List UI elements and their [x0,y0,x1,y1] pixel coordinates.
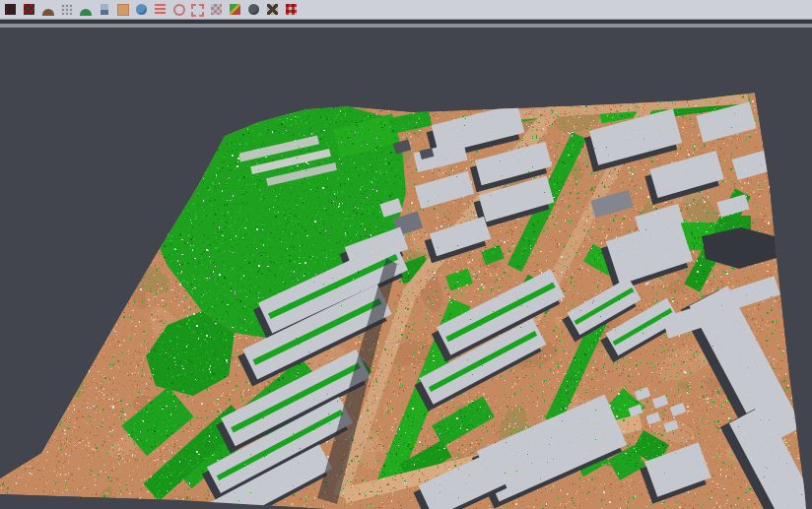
grid-cells-icon-glyph [211,4,222,15]
classification-colors-icon-glyph [230,4,240,15]
dark-sphere-icon-glyph [248,4,259,15]
circle-select-icon[interactable] [169,1,188,18]
application-window [0,0,812,509]
grid-cells-icon[interactable] [207,1,226,18]
pointcloud-scene-canvas[interactable] [0,28,812,509]
layer-stack-icon[interactable] [151,1,169,18]
globe-3d-icon-glyph [136,4,147,15]
classification-colors-icon[interactable] [226,1,244,18]
flag-red-icon[interactable] [282,1,301,18]
classify-points-icon[interactable] [1,1,20,18]
rect-select-icon[interactable] [188,1,207,18]
move-points-icon[interactable] [20,1,38,18]
dark-sphere-icon[interactable] [244,1,263,18]
point-dots-icon-glyph [61,4,72,15]
globe-3d-icon[interactable] [132,1,151,18]
3d-viewport[interactable] [0,28,812,509]
terrain-brown-icon[interactable] [38,1,57,18]
profile-view-icon[interactable] [95,1,113,18]
classify-points-icon-glyph [5,4,16,15]
toolbar [0,0,812,20]
hourglass-tool-icon-glyph [267,4,278,15]
ortho-view-icon-glyph [117,4,129,16]
layer-stack-icon-glyph [155,4,166,15]
hourglass-tool-icon[interactable] [263,1,282,18]
terrain-green-icon-glyph [80,9,92,16]
ortho-view-icon[interactable] [113,1,132,18]
point-dots-icon[interactable] [57,1,76,18]
terrain-green-icon[interactable] [76,1,95,18]
rect-select-icon-glyph [191,4,204,17]
move-points-icon-glyph [24,4,34,15]
profile-view-icon-glyph [101,4,108,15]
flag-red-icon-glyph [286,4,297,15]
terrain-brown-icon-glyph [42,9,54,16]
circle-select-icon-glyph [173,4,185,16]
